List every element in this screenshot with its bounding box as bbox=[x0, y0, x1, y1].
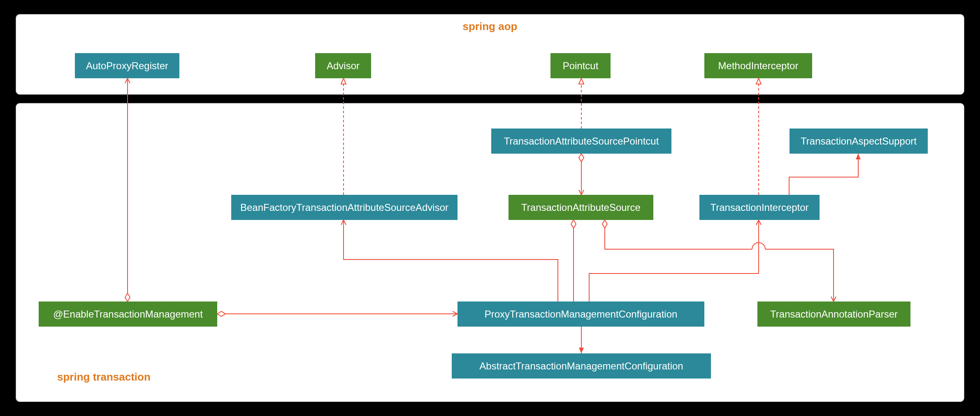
node-pointcut: Pointcut bbox=[550, 53, 611, 78]
node-enable-tx-mgmt: @EnableTransactionManagement bbox=[39, 301, 217, 327]
node-tx-interceptor: TransactionInterceptor bbox=[699, 195, 820, 220]
node-bf-tx-attr-source-advisor: BeanFactoryTransactionAttributeSourceAdv… bbox=[231, 195, 457, 220]
node-proxy-tx-mgmt-config: ProxyTransactionManagementConfiguration bbox=[457, 301, 704, 327]
node-auto-proxy-register: AutoProxyRegister bbox=[75, 53, 179, 78]
node-tx-aspect-support: TransactionAspectSupport bbox=[790, 129, 928, 154]
node-abstract-tx-mgmt-config: AbstractTransactionManagementConfigurati… bbox=[452, 353, 711, 379]
node-tx-attr-source: TransactionAttributeSource bbox=[509, 195, 653, 220]
node-tx-annotation-parser: TransactionAnnotationParser bbox=[757, 301, 910, 327]
node-method-interceptor: MethodInterceptor bbox=[704, 53, 812, 78]
region-title-aop: spring aop bbox=[463, 20, 518, 33]
node-advisor: Advisor bbox=[315, 53, 371, 78]
node-tx-attr-source-pointcut: TransactionAttributeSourcePointcut bbox=[491, 129, 671, 154]
diagram-canvas: spring aop spring transaction AutoProxyR… bbox=[0, 0, 980, 416]
region-title-tx: spring transaction bbox=[57, 371, 151, 383]
